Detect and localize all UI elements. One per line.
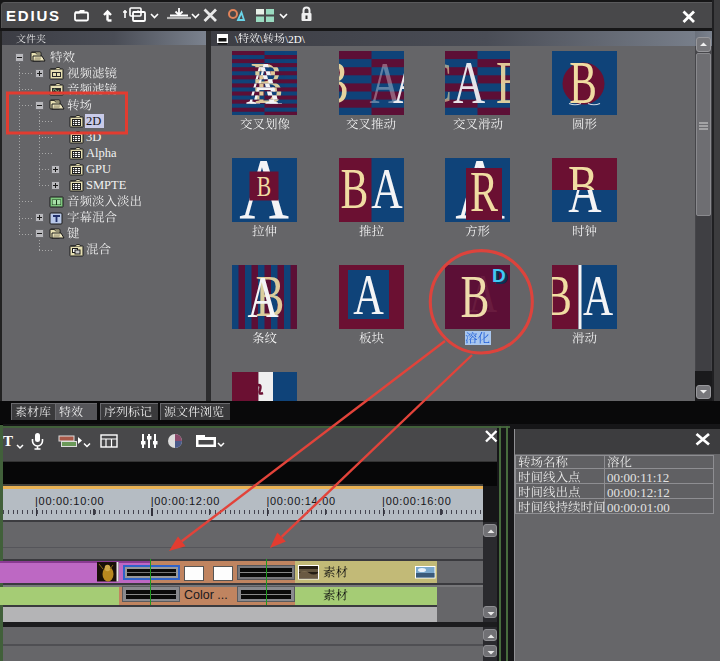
svg-text:A: A — [247, 265, 278, 329]
svg-text:B: B — [340, 158, 368, 221]
svg-text:B: B — [569, 51, 597, 115]
svg-text:B: B — [496, 51, 510, 115]
svg-text:B: B — [257, 169, 271, 202]
svg-text:A: A — [369, 51, 400, 115]
svg-text:A: A — [371, 158, 402, 220]
svg-text:A: A — [453, 51, 485, 115]
svg-text:B: B — [552, 265, 572, 328]
svg-text:T: T — [3, 433, 13, 449]
svg-text:B: B — [461, 265, 490, 329]
svg-text:A: A — [353, 265, 384, 326]
svg-text:R: R — [470, 162, 498, 222]
svg-text:C: C — [445, 51, 452, 115]
svg-text:A: A — [583, 265, 614, 328]
svg-text:B: B — [339, 51, 349, 115]
